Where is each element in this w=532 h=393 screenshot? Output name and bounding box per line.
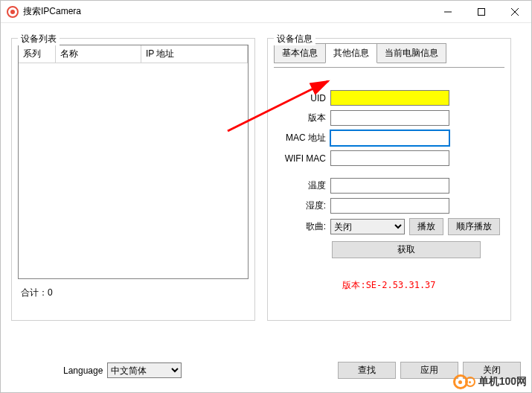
window-controls: [431, 1, 531, 22]
device-info-legend: 设备信息: [274, 33, 315, 45]
watermark-logo-icon: [453, 374, 475, 389]
wifimac-label: WIFI MAC: [277, 153, 330, 164]
col-ip[interactable]: IP 地址: [141, 45, 248, 63]
search-button[interactable]: 查找: [338, 362, 396, 379]
apply-button[interactable]: 应用: [400, 362, 458, 379]
bottom-bar: Language 中文简体 查找 应用 关闭: [11, 362, 521, 379]
watermark-text: 单机100网: [478, 375, 527, 389]
language-select[interactable]: 中文简体: [107, 362, 182, 378]
fetch-button[interactable]: 获取: [332, 241, 481, 258]
mac-label: MAC 地址: [277, 132, 330, 144]
mac-input[interactable]: [330, 130, 449, 146]
language-label: Language: [63, 365, 103, 376]
version-input[interactable]: [330, 110, 449, 126]
version-text: 版本:SE-2.53.31.37: [277, 279, 501, 292]
total-count: 合计：0: [18, 287, 249, 299]
humidity-input[interactable]: [330, 198, 449, 214]
device-info-group: 设备信息 基本信息 其他信息 当前电脑信息 UID 版本 MAC 地址: [267, 38, 511, 321]
wifimac-input[interactable]: [330, 150, 449, 166]
tab-other-info[interactable]: 其他信息: [325, 43, 377, 63]
version-label: 版本: [277, 112, 330, 124]
temp-input[interactable]: [330, 178, 449, 194]
col-name[interactable]: 名称: [56, 45, 141, 63]
seq-play-button[interactable]: 顺序播放: [448, 218, 500, 235]
uid-input[interactable]: [330, 90, 449, 106]
col-series[interactable]: 系列: [19, 45, 56, 63]
close-button[interactable]: [498, 1, 531, 22]
song-select[interactable]: 关闭: [330, 219, 405, 234]
uid-label: UID: [277, 93, 330, 103]
temp-label: 温度: [277, 179, 330, 192]
tab-pc-info[interactable]: 当前电脑信息: [376, 43, 446, 63]
watermark: 单机100网: [453, 374, 527, 389]
humidity-label: 湿度:: [277, 199, 330, 212]
table-header: 系列 名称 IP 地址: [19, 45, 248, 63]
device-table[interactable]: 系列 名称 IP 地址: [18, 45, 249, 279]
tab-basic-info[interactable]: 基本信息: [274, 43, 326, 63]
song-label: 歌曲:: [277, 220, 330, 233]
titlebar: 搜索IPCamera: [1, 1, 531, 23]
other-info-form: UID 版本 MAC 地址 WIFI MAC 温度: [274, 68, 504, 295]
play-button[interactable]: 播放: [409, 218, 443, 235]
maximize-button[interactable]: [464, 1, 498, 22]
svg-rect-1: [478, 8, 484, 15]
window-title: 搜索IPCamera: [23, 5, 431, 18]
device-list-legend: 设备列表: [18, 33, 60, 45]
info-tabs: 基本信息 其他信息 当前电脑信息: [274, 43, 504, 63]
app-icon: [7, 6, 19, 18]
device-list-group: 设备列表 系列 名称 IP 地址 合计：0: [11, 38, 255, 321]
minimize-button[interactable]: [431, 1, 464, 22]
